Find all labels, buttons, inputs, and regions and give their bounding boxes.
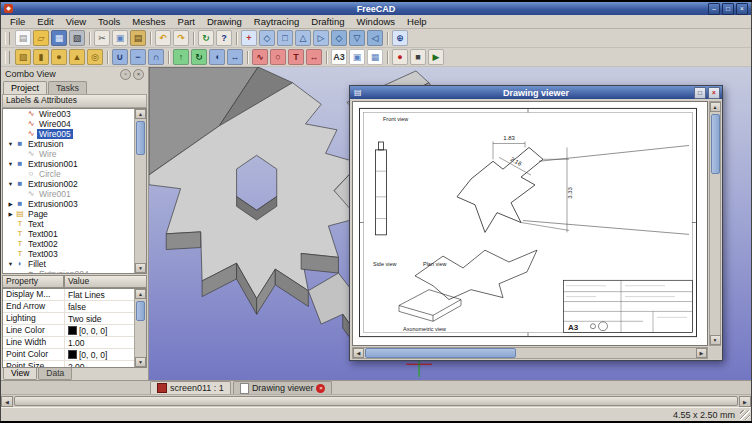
titlebar[interactable]: ◆ FreeCAD – □ × — [1, 2, 751, 15]
draft-text-icon[interactable]: T — [288, 49, 304, 65]
scroll-up-arrow[interactable]: ▲ — [710, 102, 721, 112]
undo-icon[interactable]: ↶ — [155, 30, 171, 46]
scroll-down-arrow[interactable]: ▼ — [135, 357, 146, 367]
menu-item-tools[interactable]: Tools — [92, 16, 126, 27]
scroll-right-arrow[interactable]: ▶ — [739, 396, 751, 407]
expander-icon[interactable]: ▼ — [6, 161, 15, 167]
macro-stop-icon[interactable]: ■ — [410, 49, 426, 65]
tree-item-extrusion004[interactable]: ■Extrusion004 — [3, 269, 135, 273]
refresh-icon[interactable]: ↻ — [198, 30, 214, 46]
scroll-down-arrow[interactable]: ▼ — [710, 335, 721, 345]
tree-item-fillet[interactable]: ▼◗Fillet — [3, 259, 135, 269]
tab-data[interactable]: Data — [38, 368, 72, 380]
whats-this-icon[interactable]: ? — [216, 30, 232, 46]
panel-close-button[interactable]: × — [133, 69, 144, 80]
tree-item-wire[interactable]: ∿Wire — [3, 149, 135, 159]
view-left-icon[interactable]: ◁ — [367, 30, 383, 46]
drawing-horizontal-scrollbar[interactable]: ◀ ▶ — [352, 347, 708, 359]
expander-icon[interactable]: ▼ — [6, 181, 15, 187]
tab-project[interactable]: Project — [3, 81, 47, 94]
draft-circle-icon[interactable]: ○ — [270, 49, 286, 65]
menu-item-edit[interactable]: Edit — [31, 16, 59, 27]
toolbar-grip[interactable] — [5, 32, 10, 45]
tree-item-wire001[interactable]: ∿Wire001 — [3, 189, 135, 199]
tree-item-extrusion001[interactable]: ▼■Extrusion001 — [3, 159, 135, 169]
revolve-icon[interactable]: ↻ — [191, 49, 207, 65]
draft-wire-icon[interactable]: ∿ — [252, 49, 268, 65]
menu-item-help[interactable]: Help — [401, 16, 433, 27]
tab-screen011[interactable]: screen011 : 1 — [150, 381, 231, 394]
property-row[interactable]: Point Color[0, 0, 0] — [3, 349, 135, 361]
tree-item-extrusion002[interactable]: ▼■Extrusion002 — [3, 179, 135, 189]
scrollbar-thumb[interactable] — [14, 396, 738, 406]
drawing-page-a3-icon[interactable]: A3 — [331, 49, 347, 65]
macro-run-icon[interactable]: ▶ — [428, 49, 444, 65]
property-row[interactable]: Display M...Flat Lines — [3, 289, 135, 301]
print-icon[interactable]: ▧ — [69, 30, 85, 46]
save-document-icon[interactable]: ▦ — [51, 30, 67, 46]
expander-icon[interactable]: ▼ — [6, 141, 15, 147]
menu-item-meshes[interactable]: Meshes — [126, 16, 171, 27]
zoom-box-icon[interactable]: ⊕ — [392, 30, 408, 46]
tree-item-text001[interactable]: TText001 — [3, 229, 135, 239]
extrude-icon[interactable]: ↑ — [173, 49, 189, 65]
drawing-save-icon[interactable]: ▦ — [367, 49, 383, 65]
close-button[interactable]: × — [736, 3, 748, 15]
fit-all-icon[interactable]: + — [241, 30, 257, 46]
tree-item-wire003[interactable]: ∿Wire003 — [3, 109, 135, 119]
scroll-down-arrow[interactable]: ▼ — [135, 263, 146, 273]
scroll-right-arrow[interactable]: ▶ — [696, 348, 707, 358]
drawing-insert-view-icon[interactable]: ▣ — [349, 49, 365, 65]
view-axonometric-icon[interactable]: ◇ — [259, 30, 275, 46]
menu-item-drafting[interactable]: Drafting — [305, 16, 350, 27]
view-rear-icon[interactable]: ◇ — [331, 30, 347, 46]
scroll-left-arrow[interactable]: ◀ — [353, 348, 364, 358]
property-row[interactable]: End Arrowfalse — [3, 301, 135, 313]
redo-icon[interactable]: ↷ — [173, 30, 189, 46]
view-bottom-icon[interactable]: ▽ — [349, 30, 365, 46]
tree-item-extrusion[interactable]: ▼■Extrusion — [3, 139, 135, 149]
scroll-up-arrow[interactable]: ▲ — [135, 109, 146, 119]
tree-item-text002[interactable]: TText002 — [3, 239, 135, 249]
part-cone-icon[interactable]: ▲ — [69, 49, 85, 65]
new-document-icon[interactable]: ▤ — [15, 30, 31, 46]
main-horizontal-scrollbar[interactable]: ◀ ▶ — [1, 394, 751, 407]
tab-view[interactable]: View — [3, 368, 37, 380]
view-right-icon[interactable]: ▷ — [313, 30, 329, 46]
drawing-maximize-button[interactable]: □ — [694, 87, 706, 99]
scrollbar-thumb[interactable] — [136, 121, 145, 155]
toolbar-grip[interactable] — [5, 51, 10, 64]
menu-item-view[interactable]: View — [60, 16, 92, 27]
drawing-viewer-titlebar[interactable]: ▤ Drawing viewer □ × — [350, 86, 722, 99]
menu-item-raytracing[interactable]: Raytracing — [248, 16, 305, 27]
tree-item-circle[interactable]: ○Circle — [3, 169, 135, 179]
tab-drawing-viewer[interactable]: Drawing viewer × — [233, 381, 333, 394]
copy-icon[interactable]: ▣ — [112, 30, 128, 46]
expander-icon[interactable]: ▶ — [6, 211, 15, 217]
panel-float-button[interactable]: ▫ — [120, 69, 131, 80]
drawing-close-button[interactable]: × — [708, 87, 720, 99]
part-cylinder-icon[interactable]: ▮ — [33, 49, 49, 65]
resize-grip[interactable] — [740, 410, 750, 420]
tree-item-page[interactable]: ▶▤Page — [3, 209, 135, 219]
menu-item-windows[interactable]: Windows — [351, 16, 402, 27]
menu-item-part[interactable]: Part — [172, 16, 201, 27]
menu-item-file[interactable]: File — [4, 16, 31, 27]
view-top-icon[interactable]: △ — [295, 30, 311, 46]
property-column-header[interactable]: Property — [2, 275, 64, 288]
part-torus-icon[interactable]: ◎ — [87, 49, 103, 65]
view-front-icon[interactable]: □ — [277, 30, 293, 46]
boolean-cut-icon[interactable]: − — [130, 49, 146, 65]
property-row[interactable]: Point Size2.00 — [3, 361, 135, 368]
boolean-common-icon[interactable]: ∩ — [148, 49, 164, 65]
value-column-header[interactable]: Value — [64, 275, 147, 288]
expander-icon[interactable]: ▼ — [6, 261, 15, 267]
fillet-icon[interactable]: ◖ — [209, 49, 225, 65]
drawing-sheet[interactable]: 1.83 2.16 3.33 — [352, 101, 708, 346]
open-document-icon[interactable]: ▱ — [33, 30, 49, 46]
property-row[interactable]: Line Width1.00 — [3, 337, 135, 349]
tree-item-text[interactable]: TText — [3, 219, 135, 229]
3d-viewport[interactable]: ▤ Drawing viewer □ × — [149, 67, 751, 380]
part-sphere-icon[interactable]: ● — [51, 49, 67, 65]
tree-scrollbar[interactable]: ▲ ▼ — [134, 109, 146, 273]
